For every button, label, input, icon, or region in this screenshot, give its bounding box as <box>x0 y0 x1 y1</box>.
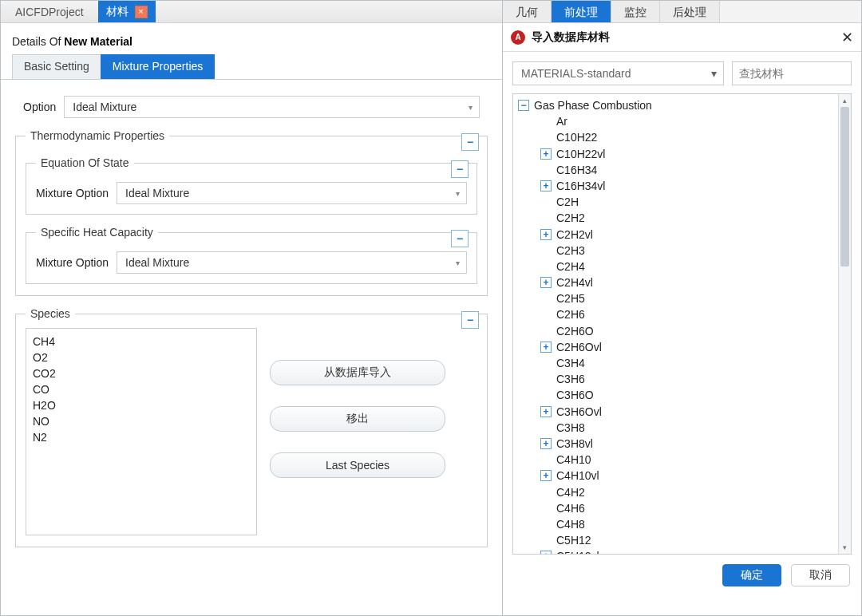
species-item[interactable]: CO <box>33 381 250 397</box>
cancel-button[interactable]: 取消 <box>791 564 850 586</box>
tree-row[interactable]: +C4H2 <box>518 484 835 500</box>
tab-basic-setting[interactable]: Basic Setting <box>12 54 101 79</box>
expand-icon[interactable]: + <box>540 438 552 449</box>
remove-button[interactable]: 移出 <box>270 406 445 432</box>
expand-placeholder: + <box>540 212 552 223</box>
search-input[interactable] <box>732 61 852 85</box>
scrollbar-thumb[interactable] <box>840 107 849 267</box>
tree-row[interactable]: +C2H6 <box>518 306 835 322</box>
tree-row[interactable]: +C5H12 <box>518 532 835 548</box>
tree-item-label: C2H2 <box>556 210 585 226</box>
thermo-collapse-button[interactable]: − <box>461 133 479 151</box>
option-combobox[interactable]: Ideal Mixture ▾ <box>64 96 480 118</box>
ok-button[interactable]: 确定 <box>722 564 781 586</box>
species-item[interactable]: CH4 <box>33 334 250 349</box>
tab-monitor[interactable]: 监控 <box>611 1 660 22</box>
shc-mixture-option-combobox[interactable]: Ideal Mixture ▾ <box>117 251 467 274</box>
expand-placeholder: + <box>540 116 552 127</box>
tree-row[interactable]: +C5H12vl <box>518 548 835 554</box>
tree-row[interactable]: +C10H22 <box>518 129 835 145</box>
tree-item-label: C4H10vl <box>556 468 599 484</box>
expand-placeholder: + <box>540 261 552 272</box>
tree-item-label: C3H6O <box>556 387 594 403</box>
expand-icon[interactable]: + <box>540 148 552 160</box>
tab-preprocess[interactable]: 前处理 <box>552 1 611 22</box>
tree-row[interactable]: +Ar <box>518 113 835 129</box>
tree-row[interactable]: +C2H2 <box>518 210 835 226</box>
expand-placeholder: + <box>540 535 552 546</box>
scroll-up-icon[interactable]: ▴ <box>839 94 851 107</box>
expand-icon[interactable]: + <box>540 277 552 288</box>
tree-item-label: C4H2 <box>556 484 585 500</box>
tree-row[interactable]: +C4H8 <box>518 516 835 532</box>
tree-row[interactable]: +C2H5 <box>518 290 835 306</box>
tree-row[interactable]: +C2H6O <box>518 323 835 339</box>
specific-heat-capacity-group: Specific Heat Capacity − Mixture Option … <box>26 226 477 284</box>
tree-row[interactable]: +C4H10vl <box>518 468 835 484</box>
thermodynamic-group: Thermodynamic Properties − Equation Of S… <box>15 129 488 296</box>
tree-row[interactable]: +C3H8vl <box>518 436 835 452</box>
tree-row[interactable]: −Gas Phase Combustion <box>518 97 835 113</box>
tree-row[interactable]: +C2H <box>518 194 835 210</box>
species-item[interactable]: O2 <box>33 349 250 365</box>
tree-row[interactable]: +C4H6 <box>518 500 835 516</box>
species-item[interactable]: CO2 <box>33 365 250 381</box>
tab-geometry[interactable]: 几何 <box>503 1 552 22</box>
species-item[interactable]: NO <box>33 413 250 429</box>
tree-item-label: C10H22 <box>556 129 597 145</box>
collapse-icon[interactable]: − <box>518 100 529 111</box>
chevron-down-icon: ▾ <box>456 189 460 198</box>
expand-placeholder: + <box>540 245 552 256</box>
expand-icon[interactable]: + <box>540 551 552 554</box>
close-icon[interactable]: × <box>135 6 148 18</box>
tab-postprocess[interactable]: 后处理 <box>660 1 720 22</box>
tree-row[interactable]: +C3H6Ovl <box>518 404 835 420</box>
tree-row[interactable]: +C4H10 <box>518 452 835 468</box>
expand-placeholder: + <box>540 487 552 498</box>
close-icon[interactable]: ✕ <box>841 29 853 46</box>
tree-row[interactable]: +C3H6O <box>518 387 835 403</box>
sub-tabs: Basic Setting Mixture Properties <box>1 54 502 80</box>
tree-row[interactable]: +C2H4 <box>518 259 835 274</box>
dialog-header: A 导入数据库材料 ✕ <box>503 23 861 52</box>
expand-icon[interactable]: + <box>540 470 552 481</box>
eos-mixture-option-combobox[interactable]: Ideal Mixture ▾ <box>117 182 467 204</box>
tree-row[interactable]: +C3H8 <box>518 420 835 436</box>
tree-item-label: C2H <box>556 194 579 210</box>
expand-placeholder: + <box>540 422 552 433</box>
shc-collapse-button[interactable]: − <box>451 230 469 247</box>
scroll-down-icon[interactable]: ▾ <box>839 541 851 554</box>
species-item[interactable]: N2 <box>33 429 250 445</box>
tree-row[interactable]: +C2H3 <box>518 243 835 259</box>
tree-item-label: C2H3 <box>556 243 585 259</box>
expand-placeholder: + <box>540 326 552 337</box>
expand-icon[interactable]: + <box>540 342 552 353</box>
material-tree[interactable]: −Gas Phase Combustion+Ar+C10H22+C10H22vl… <box>513 94 838 554</box>
tree-row[interactable]: +C2H2vl <box>518 227 835 243</box>
eos-collapse-button[interactable]: − <box>451 160 469 178</box>
dialog-title: 导入数据库材料 <box>532 30 610 45</box>
tree-row[interactable]: +C16H34vl <box>518 178 835 194</box>
tab-mixture-properties[interactable]: Mixture Properties <box>101 54 216 79</box>
chevron-down-icon: ▾ <box>456 259 460 267</box>
doc-tab-material[interactable]: 材料 × <box>98 1 156 22</box>
database-select[interactable]: MATERIALS-standard ▾ <box>512 61 724 85</box>
tree-item-label: C5H12 <box>556 532 591 548</box>
tree-row[interactable]: +C16H34 <box>518 162 835 178</box>
expand-icon[interactable]: + <box>540 229 552 240</box>
import-from-db-button[interactable]: 从数据库导入 <box>270 360 445 385</box>
species-item[interactable]: H2O <box>33 397 250 413</box>
expand-icon[interactable]: + <box>540 406 552 417</box>
last-species-button[interactable]: Last Species <box>270 452 445 478</box>
tree-row[interactable]: +C10H22vl <box>518 146 835 162</box>
tree-row[interactable]: +C2H6Ovl <box>518 339 835 355</box>
tree-item-label: C3H6 <box>556 371 585 387</box>
species-listbox[interactable]: CH4O2CO2COH2ONON2 <box>26 328 257 535</box>
tree-row[interactable]: +C3H4 <box>518 355 835 371</box>
tree-row[interactable]: +C2H4vl <box>518 274 835 290</box>
tree-row[interactable]: +C3H6 <box>518 371 835 387</box>
tree-scrollbar[interactable]: ▴ ▾ <box>838 94 851 554</box>
species-collapse-button[interactable]: − <box>461 311 479 329</box>
tree-item-label: C2H5 <box>556 290 585 306</box>
expand-icon[interactable]: + <box>540 180 552 192</box>
